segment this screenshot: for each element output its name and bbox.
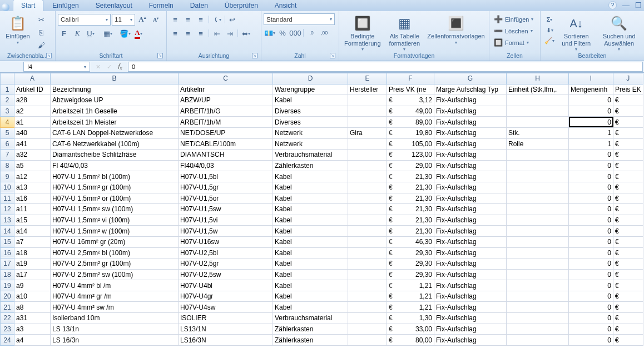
cell[interactable]: Fix-Aufschlag [434,117,507,128]
align-left-button[interactable]: ≡ [169,27,181,39]
cell[interactable]: € [613,204,643,215]
cell[interactable] [507,324,569,335]
find-select-button[interactable]: 🔍 Suchen und Auswählen▾ [596,13,642,52]
cell[interactable]: NET/DOSE/UP [179,127,273,138]
cell[interactable] [348,324,387,335]
align-middle-button[interactable]: ≡ [182,13,194,26]
name-box[interactable]: I4▾ [23,62,90,72]
ribbon-tab-einfügen[interactable]: Einfügen [44,0,86,11]
col-header-B[interactable]: B [51,73,179,84]
cell[interactable]: € [613,324,643,335]
cell[interactable]: 0 [569,193,613,204]
cell[interactable] [348,182,387,193]
cell[interactable] [507,335,569,346]
cell[interactable]: Arbeitszeit 1h Geselle [51,106,179,117]
dialog-launcher-icon[interactable]: ↘ [252,53,257,58]
cell[interactable] [348,117,387,128]
col-header-J[interactable]: J [613,73,643,84]
cell[interactable]: Fix-Aufschlag [434,215,507,226]
cell[interactable]: Diverses [273,106,348,117]
cell[interactable]: 0 [569,226,613,237]
cell[interactable]: € [613,106,643,117]
cell[interactable]: a5 [14,160,51,171]
cell[interactable]: 21,30 [387,193,434,204]
cell[interactable]: 1,21 [387,280,434,291]
increase-indent-button[interactable]: ⇥ [224,27,236,39]
cell[interactable]: FI 40/4/0,03 [51,160,179,171]
cell[interactable]: 29,30 [387,269,434,280]
cell[interactable]: ARBEIT/1h/G [179,106,273,117]
comma-style-button[interactable]: 000 [289,27,301,39]
row-header[interactable]: 3 [1,106,14,117]
grow-font-button[interactable]: A▴ [136,13,148,26]
cell[interactable]: H07V-U 2,5mm² gr (100m) [51,258,179,270]
cell[interactable] [507,291,569,302]
format-painter-button[interactable]: 🖌 [35,39,47,51]
col-header-D[interactable]: D [273,73,348,84]
cell[interactable]: a13 [14,182,51,193]
cell[interactable]: € [613,280,643,291]
cell[interactable]: Fix-Aufschlag [434,171,507,182]
cell[interactable]: H07V-U 4mm² gr /m [51,291,179,302]
font-size-combo[interactable]: 11▾ [112,14,135,26]
col-header-G[interactable]: G [434,73,507,84]
cell[interactable]: CAT-6 LAN Doppel-Netzwerkdose [51,127,179,138]
cell[interactable]: 33,00 [387,324,434,335]
cell[interactable]: 0 [569,215,613,226]
cell[interactable]: NET/CABLE/100m [179,138,273,150]
cell[interactable]: € [613,236,643,247]
cell[interactable]: 3,12 [387,95,434,106]
cell[interactable]: H07V-U1,5sw [179,204,273,215]
row-header[interactable]: 4 [1,117,14,128]
align-bottom-button[interactable]: ≡ [195,13,207,26]
cell[interactable]: 0 [569,236,613,247]
row-header[interactable]: 8 [1,160,14,171]
shrink-font-button[interactable]: A▾ [150,13,162,26]
cell[interactable]: a2 [14,106,51,117]
cell[interactable] [348,106,387,117]
dialog-launcher-icon[interactable]: ↘ [330,53,335,58]
delete-cells-button[interactable]: ➖Löschen▾ [492,25,535,37]
col-header-C[interactable]: C [179,73,273,84]
cell[interactable] [507,150,569,161]
cell[interactable]: Netzwerk [273,138,348,150]
align-right-button[interactable]: ≡ [195,27,207,39]
spreadsheet-grid[interactable]: ABCDEFGHIJ1Artikel IDBezeichnungArtikeln… [0,73,644,358]
cell[interactable]: Preis VK (ne [387,84,434,95]
cell[interactable]: LS 13/1n [51,324,179,335]
cell[interactable]: 46,30 [387,236,434,247]
cell[interactable]: 0 [569,171,613,182]
cell[interactable]: € [613,269,643,280]
ribbon-tab-formeln[interactable]: Formeln [141,0,181,11]
cell[interactable] [507,269,569,280]
cell[interactable]: Fix-Aufschlag [434,182,507,193]
format-cells-button[interactable]: 🔲Format▾ [492,37,531,48]
cell[interactable]: 21,30 [387,226,434,237]
cell[interactable] [348,291,387,302]
ribbon-tab-ansicht[interactable]: Ansicht [267,0,304,11]
cell[interactable]: 0 [569,117,613,128]
cell[interactable]: H07V-U2,5sw [179,269,273,280]
row-header[interactable]: 15 [1,236,14,247]
cell[interactable]: H07V-U 1,5mm² gr (100m) [51,182,179,193]
cell[interactable]: Kabel [273,193,348,204]
cell[interactable] [507,247,569,258]
percent-button[interactable]: % [276,27,289,39]
cell[interactable]: € [613,193,643,204]
cell[interactable] [507,117,569,128]
cell[interactable]: a18 [14,247,51,258]
cancel-formula-icon[interactable]: ✕ [92,63,103,71]
cell[interactable] [348,95,387,106]
cell[interactable]: 1,30 [387,313,434,324]
number-format-combo[interactable]: Standard▾ [264,13,335,25]
fill-color-button[interactable]: 🪣▾ [119,27,131,39]
sort-filter-button[interactable]: A↓ Sortieren und Filtern▾ [556,13,596,52]
cell[interactable]: a12 [14,171,51,182]
row-header[interactable]: 9 [1,171,14,182]
format-as-table-button[interactable]: ▦ Als Tabelle formatieren▾ [384,13,425,52]
cell[interactable]: Fix-Aufschlag [434,150,507,161]
cell[interactable] [507,95,569,106]
cell[interactable]: 0 [569,324,613,335]
cell[interactable] [348,150,387,161]
cell[interactable] [348,247,387,258]
